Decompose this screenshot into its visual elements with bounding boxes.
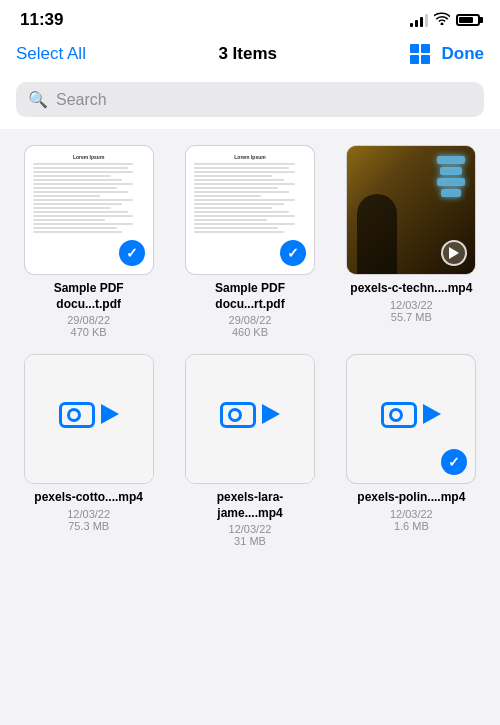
list-item[interactable]: pexels-lara-jame....mp4 12/03/22 31 MB: [177, 354, 322, 547]
file-thumbnail: [24, 354, 154, 484]
search-input[interactable]: Search: [56, 91, 107, 109]
file-thumbnail: Lorem Ipsum: [185, 145, 315, 275]
status-bar: 11:39: [0, 0, 500, 34]
file-thumbnail: Lorem Ipsum: [24, 145, 154, 275]
toolbar-right: Done: [410, 44, 485, 64]
svg-marker-0: [449, 247, 459, 259]
file-name: pexels-lara-jame....mp4: [185, 490, 315, 521]
file-date: 12/03/22: [390, 508, 433, 520]
file-name: Sample PDF docu...rt.pdf: [185, 281, 315, 312]
file-size: 1.6 MB: [394, 520, 429, 532]
done-button[interactable]: Done: [442, 44, 485, 64]
file-date: 29/08/22: [67, 314, 110, 326]
list-item[interactable]: pexels-cotto....mp4 12/03/22 75.3 MB: [16, 354, 161, 547]
file-date: 12/03/22: [229, 523, 272, 535]
search-bar[interactable]: 🔍 Search: [16, 82, 484, 117]
file-date: 12/03/22: [390, 299, 433, 311]
wifi-icon: [434, 12, 450, 28]
item-count-title: 3 Items: [218, 44, 277, 64]
status-icons: [410, 12, 480, 28]
file-size: 75.3 MB: [68, 520, 109, 532]
files-grid: Lorem Ipsum: [0, 129, 500, 563]
signal-icon: [410, 13, 428, 27]
grid-view-button[interactable]: [410, 44, 430, 64]
toolbar: Select All 3 Items Done: [0, 34, 500, 74]
file-size: 460 KB: [232, 326, 268, 338]
file-thumbnail: [346, 354, 476, 484]
file-size: 55.7 MB: [391, 311, 432, 323]
file-date: 12/03/22: [67, 508, 110, 520]
select-all-button[interactable]: Select All: [16, 44, 86, 64]
search-icon: 🔍: [28, 90, 48, 109]
status-time: 11:39: [20, 10, 63, 30]
neon-sign: [437, 156, 465, 197]
file-name: pexels-cotto....mp4: [34, 490, 143, 506]
file-thumbnail: [185, 354, 315, 484]
file-size: 470 KB: [71, 326, 107, 338]
battery-icon: [456, 14, 480, 26]
file-size: 31 MB: [234, 535, 266, 547]
selected-check-icon: [280, 240, 306, 266]
file-date: 29/08/22: [229, 314, 272, 326]
list-item[interactable]: Lorem Ipsum: [177, 145, 322, 338]
file-name: Sample PDF docu...t.pdf: [24, 281, 154, 312]
file-thumbnail: [346, 145, 476, 275]
list-item[interactable]: pexels-c-techn....mp4 12/03/22 55.7 MB: [339, 145, 484, 338]
list-item[interactable]: Lorem Ipsum: [16, 145, 161, 338]
list-item[interactable]: pexels-polin....mp4 12/03/22 1.6 MB: [339, 354, 484, 547]
file-name: pexels-polin....mp4: [357, 490, 465, 506]
selected-check-icon: [119, 240, 145, 266]
search-container: 🔍 Search: [0, 74, 500, 129]
file-name: pexels-c-techn....mp4: [350, 281, 472, 297]
